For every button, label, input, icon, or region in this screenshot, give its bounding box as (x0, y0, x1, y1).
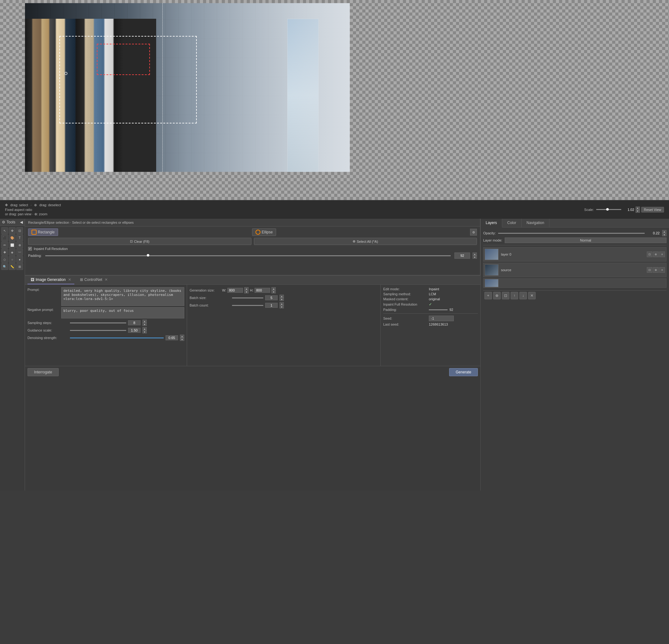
layer-copy-btn[interactable]: ⊕ (493, 292, 501, 299)
tool-measure[interactable]: 📏 (9, 263, 16, 270)
gen-w-down[interactable]: ▼ (244, 290, 248, 293)
source-action-2[interactable]: ⊕ (653, 267, 659, 273)
tool-color[interactable]: 🎨 (9, 234, 16, 241)
layer-0-action-2[interactable]: ⊕ (653, 252, 659, 257)
image-gen-icon: 🖼 (31, 278, 34, 282)
tool-clone[interactable]: ⊕ (16, 241, 23, 248)
tool-crop[interactable]: ⊡ (16, 227, 23, 234)
layer-0-action-1[interactable]: ⊡ (647, 252, 653, 257)
guidance-up-btn[interactable]: ▲ (142, 327, 147, 330)
tool-heal[interactable]: ✚ (1, 249, 8, 256)
tab-controlnet[interactable]: ⊞ ControlNet ✕ (77, 276, 111, 284)
source-action-3[interactable]: ≡ (659, 267, 665, 273)
layer-merge-btn[interactable]: ⊡ (502, 292, 509, 299)
layer-delete-btn[interactable]: ✕ (528, 292, 536, 299)
gen-w-up[interactable]: ▲ (244, 287, 248, 290)
layer-0-thumb (485, 249, 498, 260)
scale-slider[interactable] (596, 209, 621, 210)
batch-size-value: 5 (265, 295, 277, 300)
guidance-down-btn[interactable]: ▼ (142, 330, 147, 333)
tool-patch[interactable]: ◈ (9, 249, 16, 256)
layer-add-btn[interactable]: + (484, 292, 492, 299)
interrogate-button[interactable]: Interrogate (28, 368, 59, 376)
tool-text[interactable]: T (16, 234, 23, 241)
layer-0-action-3[interactable]: ≡ (659, 252, 665, 257)
tool-burn[interactable]: ● (16, 256, 23, 263)
layer-0-name: layer 0 (501, 252, 644, 256)
batch-size-slider[interactable] (232, 297, 263, 298)
tab-color[interactable]: Color (502, 219, 522, 227)
prompt-input[interactable] (61, 287, 184, 306)
clear-label: Clear (F8) (134, 240, 150, 243)
generate-button[interactable]: Generate (449, 368, 478, 376)
inpaint-checkbox[interactable] (28, 247, 32, 251)
seed-input[interactable] (429, 316, 454, 321)
zoom-up-btn[interactable]: ▲ (636, 207, 640, 210)
tool-eraser[interactable]: ⬜ (9, 241, 16, 248)
tool-extra[interactable]: ⊞ (16, 263, 23, 270)
negative-prompt-input[interactable] (61, 307, 184, 318)
layer-item-extra[interactable] (483, 278, 667, 288)
seed-row: Seed: (383, 316, 478, 321)
tools-icon: ⚙ (2, 220, 5, 224)
tool-brush[interactable]: ✏ (1, 241, 8, 248)
seed-label: Seed: (383, 317, 427, 320)
layer-up-btn[interactable]: ↑ (511, 292, 518, 299)
layers-tabs: Layers Color Navigation (481, 219, 669, 227)
clear-button[interactable]: ⊡ Clear (F8) (28, 238, 252, 245)
select-all-button[interactable]: ⊕ Select All (^A) (254, 238, 477, 245)
opacity-slider[interactable] (498, 233, 645, 234)
gen-width-input[interactable] (227, 288, 243, 293)
sampling-steps-slider[interactable] (70, 322, 126, 323)
tool-smudge[interactable]: 〰 (16, 249, 23, 256)
tools-panel: ⚙ Tools ◀ ↖ ✥ ⊡ ⬛ 🎨 T ✏ ⬜ ⊕ ✚ ◈ 〰 ◇ ○ ● (0, 219, 25, 491)
image-gen-close[interactable]: ✕ (68, 278, 71, 282)
layer-item-0[interactable]: layer 0 ⊡ ⊕ ≡ (483, 247, 667, 262)
controlnet-close[interactable]: ✕ (105, 278, 108, 282)
padding-slider[interactable] (45, 255, 451, 256)
rectangle-btn[interactable]: Rectangle (28, 228, 58, 236)
batch-count-slider[interactable] (232, 305, 263, 306)
mode-label: Layer mode: (483, 238, 502, 242)
tab-layers[interactable]: Layers (481, 219, 502, 227)
ellipse-btn[interactable]: Ellipse (252, 228, 276, 236)
tool-dodge[interactable]: ○ (9, 256, 16, 263)
zoom-down-btn[interactable]: ▼ (636, 210, 640, 213)
mode-select[interactable]: Normal (505, 237, 667, 243)
selection-options-btn[interactable]: ⚙ (470, 229, 477, 236)
padding-down-arrow[interactable]: ▼ (472, 256, 477, 259)
tool-fill[interactable]: ⬛ (1, 234, 8, 241)
padding-up-arrow[interactable]: ▲ (472, 252, 477, 256)
layer-item-source[interactable]: source ⊡ ⊕ ≡ (483, 263, 667, 277)
reset-view-button[interactable]: Reset View (641, 207, 664, 212)
batch-size-up[interactable]: ▲ (280, 295, 284, 298)
batch-count-up[interactable]: ▲ (280, 302, 284, 305)
tool-move[interactable]: ✥ (9, 227, 16, 234)
canvas-image (25, 3, 350, 172)
tab-image-generation[interactable]: 🖼 Image Generation ✕ (28, 276, 74, 284)
denoising-strength-slider[interactable] (70, 337, 163, 338)
tool-select[interactable]: ↖ (1, 227, 8, 234)
batch-count-down[interactable]: ▼ (280, 305, 284, 308)
tool-sharpen[interactable]: ◇ (1, 256, 8, 263)
gen-h-up[interactable]: ▲ (271, 287, 276, 290)
tools-collapse-icon[interactable]: ◀ (20, 220, 23, 224)
select-all-icon: ⊕ (353, 239, 355, 243)
gen-h-down[interactable]: ▼ (271, 290, 276, 293)
opacity-up[interactable]: ▲ (662, 230, 667, 233)
tab-navigation[interactable]: Navigation (522, 219, 550, 227)
status-left: ✥ drag: select · ⊕ drag: deselect Fixed … (5, 203, 578, 216)
denoising-down-btn[interactable]: ▼ (180, 338, 184, 341)
guidance-scale-slider[interactable] (70, 330, 126, 331)
denoising-up-btn[interactable]: ▲ (180, 335, 184, 338)
tool-zoom[interactable]: 🔍 (1, 263, 8, 270)
steps-up-btn[interactable]: ▲ (142, 320, 147, 323)
batch-size-down[interactable]: ▼ (280, 298, 284, 301)
layer-down-btn[interactable]: ↓ (519, 292, 527, 299)
right-padding-slider[interactable] (429, 309, 447, 310)
main-workspace: ⚙ Tools ◀ ↖ ✥ ⊡ ⬛ 🎨 T ✏ ⬜ ⊕ ✚ ◈ 〰 ◇ ○ ● (0, 219, 669, 491)
source-action-1[interactable]: ⊡ (647, 267, 653, 273)
opacity-down[interactable]: ▼ (662, 233, 667, 236)
gen-height-input[interactable] (255, 288, 270, 293)
steps-down-btn[interactable]: ▼ (142, 323, 147, 326)
